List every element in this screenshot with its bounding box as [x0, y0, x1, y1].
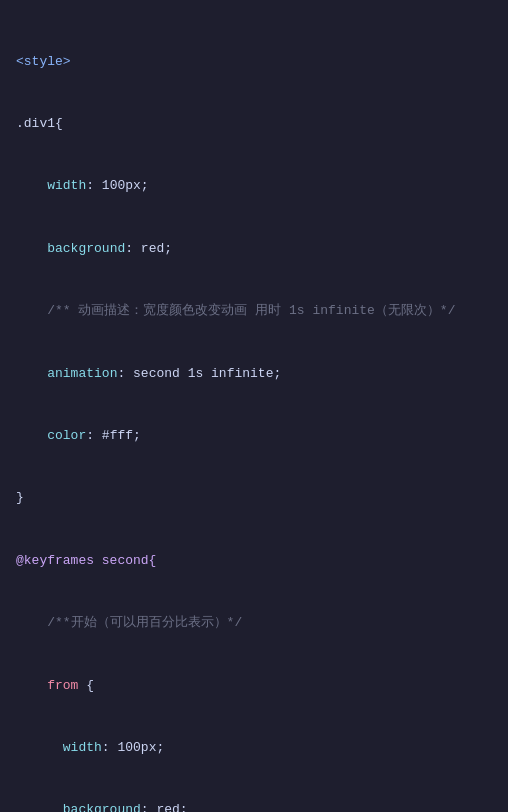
- line-from: from {: [16, 676, 492, 697]
- prop-background: background: [47, 241, 125, 256]
- line-from-background: background: red;: [16, 800, 492, 812]
- val-from-background: red;: [156, 802, 187, 812]
- val-from-width: 100px;: [117, 740, 164, 755]
- val-color: #fff;: [102, 428, 141, 443]
- line-comment-start: /**开始（可以用百分比表示）*/: [16, 613, 492, 634]
- at-keyframes: @keyframes second{: [16, 553, 156, 568]
- line-background: background: red;: [16, 239, 492, 260]
- brace-close1: }: [16, 490, 24, 505]
- line-close-brace1: }: [16, 488, 492, 509]
- prop-color: color: [47, 428, 86, 443]
- tag-style-open: <style>: [16, 54, 71, 69]
- line-color: color: #fff;: [16, 426, 492, 447]
- line-keyframes: @keyframes second{: [16, 551, 492, 572]
- prop-from-width: width: [63, 740, 102, 755]
- line-from-width: width: 100px;: [16, 738, 492, 759]
- comment-start: /**开始（可以用百分比表示）*/: [47, 615, 242, 630]
- prop-from-background: background: [63, 802, 141, 812]
- val-animation: second 1s infinite;: [133, 366, 281, 381]
- line-selector: .div1{: [16, 114, 492, 135]
- line-style-open: <style>: [16, 52, 492, 73]
- line-width: width: 100px;: [16, 176, 492, 197]
- val-background-red: red;: [141, 241, 172, 256]
- keyword-from: from: [47, 678, 78, 693]
- line-comment1: /** 动画描述：宽度颜色改变动画 用时 1s infinite（无限次）*/: [16, 301, 492, 322]
- prop-width: width: [47, 178, 86, 193]
- prop-animation: animation: [47, 366, 117, 381]
- code-editor: <style> .div1{ width: 100px; background:…: [16, 10, 492, 812]
- line-animation: animation: second 1s infinite;: [16, 364, 492, 385]
- selector-div1: .div1{: [16, 116, 63, 131]
- from-brace-open: {: [86, 678, 94, 693]
- val-width: 100px;: [102, 178, 149, 193]
- comment-animation-desc: /** 动画描述：宽度颜色改变动画 用时 1s infinite（无限次）*/: [47, 303, 455, 318]
